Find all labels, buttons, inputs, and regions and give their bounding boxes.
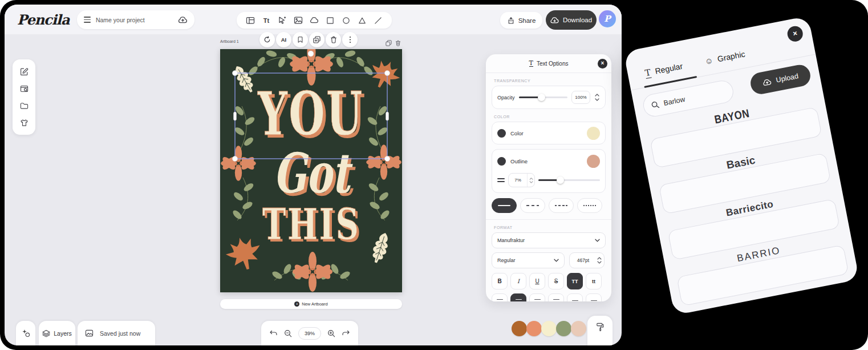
close-font-panel-button[interactable]: × — [786, 25, 804, 43]
menu-icon[interactable] — [84, 17, 91, 23]
triangle-tool-icon[interactable] — [356, 15, 368, 26]
delete-button[interactable] — [326, 32, 341, 47]
cloud-upload-icon[interactable] — [178, 14, 188, 26]
select-tool-icon[interactable] — [277, 15, 288, 26]
outline-row[interactable]: Outline — [497, 155, 600, 168]
opacity-slider[interactable] — [519, 94, 567, 101]
underline-button[interactable]: U — [529, 273, 545, 289]
palette-swatch-1[interactable] — [512, 321, 527, 336]
outline-width-stepper[interactable]: 7% — [508, 173, 535, 187]
undo-icon[interactable] — [269, 330, 278, 336]
text-tool-icon[interactable]: Tt — [261, 15, 272, 26]
chevron-down-icon[interactable] — [597, 261, 602, 264]
uppercase-button[interactable]: TT — [567, 273, 583, 289]
chevron-down-icon[interactable] — [529, 181, 533, 183]
zoom-in-icon[interactable] — [327, 329, 335, 337]
svg-text:THIS[interactable]: THIS — [262, 200, 360, 249]
zoom-out-icon[interactable] — [284, 329, 292, 337]
tab-regular[interactable]: T Regular — [644, 62, 684, 79]
duplicate-artboard-icon[interactable] — [386, 40, 392, 46]
bookmark-button[interactable] — [293, 32, 308, 47]
chevron-up-icon[interactable] — [597, 257, 602, 260]
outline-label: Outline — [510, 158, 528, 164]
delete-artboard-icon[interactable] — [395, 40, 401, 46]
new-artboard-button[interactable]: + New Artboard — [220, 299, 402, 309]
palette-swatch-3[interactable] — [541, 321, 557, 336]
font-size-stepper[interactable]: 467pt — [569, 252, 605, 268]
fill-color-row[interactable]: Color — [492, 122, 606, 144]
align-justify-button[interactable] — [548, 293, 564, 301]
more-button[interactable] — [342, 32, 358, 47]
font-search-input[interactable] — [663, 88, 720, 107]
artboard-toolbar: AI — [259, 32, 358, 47]
tab-graphic[interactable]: ☺ Graphic — [704, 49, 746, 66]
zoom-level[interactable]: 39% — [298, 327, 321, 340]
palette-swatch-2[interactable] — [526, 321, 542, 336]
layers-button[interactable]: Layers — [39, 321, 75, 345]
opacity-label: Opacity — [497, 95, 515, 100]
font-style-select[interactable]: Regular — [492, 252, 565, 268]
rectangle-tool-icon[interactable] — [325, 15, 336, 26]
line-style-solid-button[interactable] — [492, 198, 517, 213]
align-top-button[interactable] — [567, 293, 583, 301]
opacity-stepper[interactable] — [594, 94, 600, 101]
rotate-handle[interactable] — [308, 51, 314, 57]
palette-swatch-4[interactable] — [556, 321, 571, 336]
resize-handle-ne[interactable] — [384, 70, 390, 75]
outline-color-swatch[interactable] — [587, 155, 600, 168]
templates-icon[interactable] — [18, 83, 30, 94]
resize-handle-nw[interactable] — [232, 70, 237, 75]
resize-handle-se[interactable] — [384, 156, 390, 161]
close-panel-button[interactable]: × — [598, 59, 607, 69]
cloud-tool-icon[interactable] — [309, 15, 320, 26]
download-button[interactable]: Download — [546, 10, 597, 30]
folder-icon[interactable] — [18, 100, 30, 111]
font-size-value[interactable]: 467pt — [570, 253, 597, 268]
bold-button[interactable]: B — [492, 273, 508, 289]
svg-text:Got[interactable]: Got — [273, 141, 353, 206]
palette-swatch-5[interactable] — [571, 321, 586, 336]
artboard-tool-icon[interactable] — [245, 15, 256, 26]
line-style-dotted-button[interactable] — [577, 198, 602, 213]
resize-handle-w[interactable] — [234, 112, 237, 120]
paint-roller-button[interactable] — [587, 316, 613, 345]
redo-icon[interactable] — [342, 330, 350, 336]
font-family-select[interactable]: Manufraktur — [492, 232, 606, 248]
align-right-button[interactable] — [529, 293, 545, 301]
line-style-dashed-button[interactable] — [520, 198, 545, 213]
chevron-up-icon[interactable] — [529, 178, 533, 180]
outline-width-value[interactable]: 7% — [509, 174, 527, 187]
italic-button[interactable]: I — [510, 273, 526, 289]
project-name-input[interactable] — [96, 17, 173, 23]
fill-color-swatch[interactable] — [587, 127, 600, 140]
svg-text:YOU[interactable]: YOU — [257, 79, 364, 149]
align-center-button[interactable] — [510, 293, 526, 301]
line-tool-icon[interactable] — [372, 15, 384, 26]
share-button[interactable]: Share — [500, 12, 542, 29]
duplicate-button[interactable] — [309, 32, 325, 47]
project-name-field[interactable] — [77, 10, 194, 29]
avatar[interactable]: P — [599, 10, 616, 27]
poster-text[interactable]: YOU YOU Got Got THIS THIS — [257, 79, 367, 251]
line-style-dash-small-button[interactable] — [549, 198, 574, 213]
color-indicator-icon — [497, 129, 506, 138]
tshirt-icon[interactable] — [18, 117, 30, 128]
edit-icon[interactable] — [18, 66, 30, 77]
poster-artwork[interactable]: YOU YOU Got Got THIS THIS — [220, 49, 402, 292]
strikethrough-button[interactable]: S — [548, 273, 564, 289]
saved-status[interactable]: Saved just now — [78, 321, 155, 345]
align-bottom-button[interactable] — [586, 293, 602, 301]
circle-tool-icon[interactable] — [340, 15, 352, 26]
ai-button[interactable]: AI — [276, 32, 291, 47]
lowercase-button[interactable]: tt — [586, 273, 602, 289]
reset-button[interactable] — [259, 32, 275, 47]
opacity-value[interactable]: 100% — [571, 91, 590, 104]
align-left-button[interactable] — [492, 293, 508, 301]
artboard-label[interactable]: Artboard 1 — [220, 39, 239, 43]
image-tool-icon[interactable] — [293, 15, 304, 26]
magic-tools-button[interactable] — [16, 321, 35, 345]
outline-width-slider[interactable] — [538, 176, 600, 184]
resize-handle-e[interactable] — [386, 112, 389, 120]
resize-handle-sw[interactable] — [232, 156, 237, 161]
upload-font-button[interactable]: Upload — [749, 63, 812, 96]
